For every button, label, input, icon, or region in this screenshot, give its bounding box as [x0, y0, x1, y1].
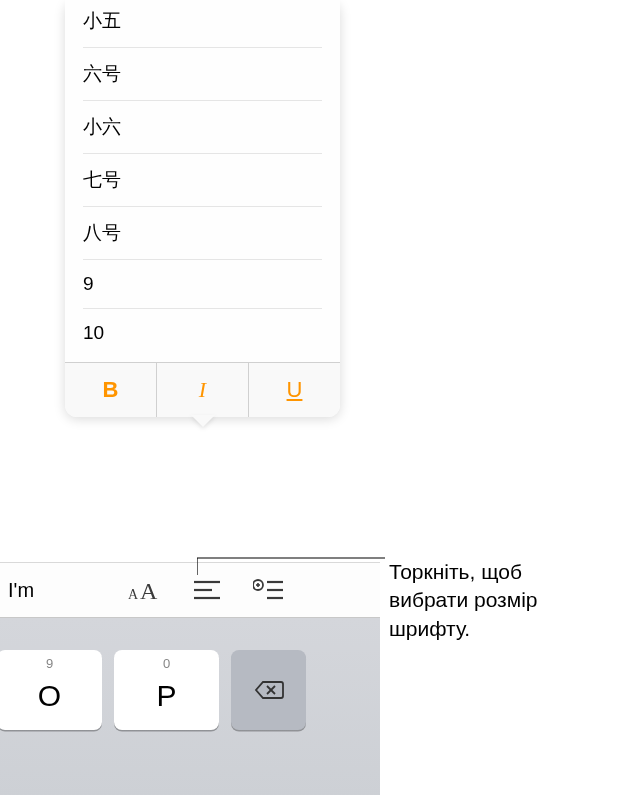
callout-line-2: вибрати розмір [389, 586, 639, 614]
callout-connector [197, 555, 392, 595]
bold-button[interactable]: B [65, 363, 157, 417]
delete-icon [253, 674, 285, 706]
svg-text:A: A [140, 578, 158, 603]
key-secondary-label: 0 [163, 656, 170, 671]
callout-line-1: Торкніть, щоб [389, 558, 639, 586]
font-size-option[interactable]: 八号 [83, 207, 322, 260]
key-secondary-label: 9 [46, 656, 53, 671]
font-size-option[interactable]: 六号 [83, 48, 322, 101]
onscreen-keyboard: 9 O 0 P [0, 618, 380, 795]
font-size-icon[interactable]: A A [128, 573, 162, 607]
text-suggestion[interactable]: I'm [0, 579, 120, 602]
callout-line-3: шрифту. [389, 615, 639, 643]
font-size-option[interactable]: 9 [83, 260, 322, 309]
keyboard-key-o[interactable]: 9 O [0, 650, 102, 730]
font-size-option[interactable]: 10 [83, 309, 322, 362]
svg-text:A: A [128, 587, 139, 602]
popover-tail [191, 415, 215, 427]
font-size-option[interactable]: 小六 [83, 101, 322, 154]
keyboard-key-p[interactable]: 0 P [114, 650, 219, 730]
key-primary-label: P [156, 679, 176, 713]
key-primary-label: O [38, 679, 61, 713]
font-size-list[interactable]: 小五 六号 小六 七号 八号 9 10 [65, 0, 340, 362]
italic-button[interactable]: I [157, 363, 249, 417]
keyboard-delete-key[interactable] [231, 650, 306, 730]
text-style-row: B I U [65, 362, 340, 417]
font-size-option[interactable]: 七号 [83, 154, 322, 207]
font-size-option[interactable]: 小五 [83, 0, 322, 48]
font-size-popover: 小五 六号 小六 七号 八号 9 10 B I U [65, 0, 340, 417]
callout-text: Торкніть, щоб вибрати розмір шрифту. [389, 558, 639, 643]
underline-button[interactable]: U [249, 363, 340, 417]
